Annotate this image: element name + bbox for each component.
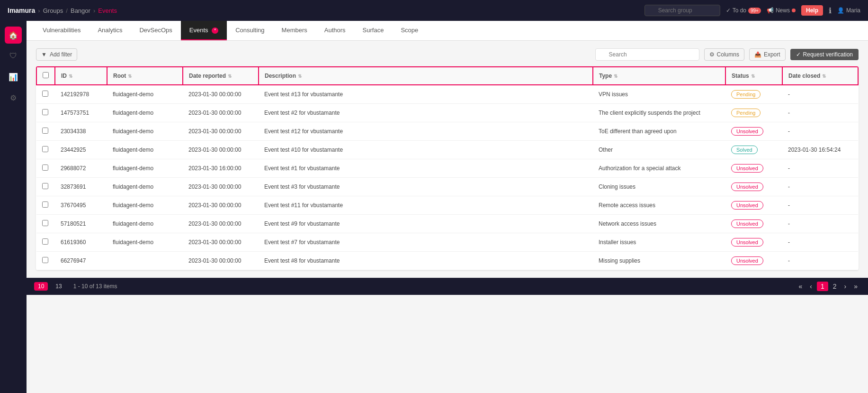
req-verify-label: Request verification <box>803 51 853 58</box>
row-checkbox-2[interactable] <box>42 128 48 134</box>
search-group-input[interactable] <box>644 5 720 16</box>
tab-analytics[interactable]: Analytics <box>89 21 131 40</box>
sort-icon-description: ⇅ <box>298 73 302 79</box>
th-id-label: ID <box>61 73 67 79</box>
th-date-closed[interactable]: Date closed ⇅ <box>782 67 858 85</box>
row-checkbox-cell <box>36 233 55 252</box>
news-label: News <box>776 7 790 14</box>
tab-members[interactable]: Members <box>273 21 316 40</box>
sidebar-icon-settings[interactable]: ⚙ <box>5 89 22 106</box>
page-2-button[interactable]: 2 <box>830 282 840 291</box>
megaphone-icon: 📢 <box>767 7 774 14</box>
select-all-checkbox[interactable] <box>43 72 49 78</box>
columns-button[interactable]: ⚙ Columns <box>704 48 744 61</box>
tab-authors[interactable]: Authors <box>316 21 354 40</box>
tab-vulnerabilities[interactable]: Vulnerabilities <box>34 21 89 40</box>
page-size-10[interactable]: 10 <box>34 282 48 291</box>
row-status: Unsolved <box>725 196 782 215</box>
export-button[interactable]: 📤 Export <box>749 48 786 61</box>
news-button[interactable]: 📢 News <box>767 7 796 14</box>
row-description: Event test #7 for vbustamante <box>259 233 593 252</box>
row-root: fluidagent-demo <box>107 196 183 215</box>
row-checkbox-cell <box>36 104 55 122</box>
sort-icon-date-reported: ⇅ <box>228 73 232 79</box>
row-checkbox-7[interactable] <box>42 220 48 226</box>
th-id[interactable]: ID ⇅ <box>55 67 107 85</box>
row-id: 23442925 <box>55 141 107 159</box>
row-checkbox-9[interactable] <box>42 257 48 263</box>
user-label: Maria <box>846 7 860 14</box>
th-type[interactable]: Type ⇅ <box>593 67 725 85</box>
status-badge: Unsolved <box>731 238 763 247</box>
page-1-button[interactable]: 1 <box>817 282 828 291</box>
sidebar-icon-chart[interactable]: 📊 <box>5 68 22 85</box>
row-description: Event test #11 for vbustamante <box>259 196 593 215</box>
breadcrumb-bangor[interactable]: Bangor <box>71 7 90 14</box>
todo-button[interactable]: ✓ To do 99+ <box>726 7 761 14</box>
page-last-button[interactable]: » <box>851 282 860 291</box>
tab-devsecops[interactable]: DevSecOps <box>131 21 180 40</box>
pagination-info: 1 - 10 of 13 items <box>73 283 117 290</box>
sidebar: 🏠 🛡 📊 ⚙ <box>0 21 27 393</box>
row-date-closed: - <box>782 252 858 270</box>
row-description: Event test #3 for vbustamante <box>259 178 593 196</box>
row-id: 29688072 <box>55 159 107 178</box>
topbar-left: Imamura › Groups / Bangor › Events <box>8 7 639 14</box>
breadcrumb-groups[interactable]: Groups <box>43 7 63 14</box>
main-content: Vulnerabilities Analytics DevSecOps Even… <box>27 21 868 393</box>
content-area: ▼ Add filter ⚙ Columns 📤 Export <box>27 41 868 278</box>
user-button[interactable]: 👤 Maria <box>837 7 860 14</box>
row-checkbox-6[interactable] <box>42 201 48 208</box>
row-checkbox-1[interactable] <box>42 109 48 115</box>
sep2: / <box>66 7 68 14</box>
table-body: 142192978 fluidagent-demo 2023-01-30 00:… <box>36 85 858 270</box>
tab-events-label: Events <box>189 27 208 34</box>
row-checkbox-cell <box>36 252 55 270</box>
th-description[interactable]: Description ⇅ <box>259 67 593 85</box>
table-search-input[interactable] <box>595 48 699 61</box>
breadcrumb-events[interactable]: Events <box>98 7 117 14</box>
events-table: ID ⇅ Root ⇅ <box>36 66 859 270</box>
row-root: fluidagent-demo <box>107 178 183 196</box>
user-icon: 👤 <box>837 7 844 14</box>
row-checkbox-0[interactable] <box>42 91 48 97</box>
tab-surface[interactable]: Surface <box>354 21 393 40</box>
row-description: Event test #10 for vbustamante <box>259 141 593 159</box>
todo-badge: 99+ <box>748 8 761 14</box>
row-date-closed: - <box>782 233 858 252</box>
toolbar-right: ⚙ Columns 📤 Export ✓ Request verificatio… <box>595 48 859 61</box>
sidebar-icon-home[interactable]: 🏠 <box>5 27 22 44</box>
table-row: 37670495 fluidagent-demo 2023-01-30 00:0… <box>36 196 858 215</box>
row-root: fluidagent-demo <box>107 215 183 233</box>
row-status: Unsolved <box>725 215 782 233</box>
row-checkbox-5[interactable] <box>42 183 48 189</box>
info-button[interactable]: ℹ <box>829 6 832 15</box>
row-id: 61619360 <box>55 233 107 252</box>
th-status[interactable]: Status ⇅ <box>725 67 782 85</box>
tab-consulting[interactable]: Consulting <box>227 21 273 40</box>
tab-scope[interactable]: Scope <box>392 21 427 40</box>
row-checkbox-8[interactable] <box>42 238 48 245</box>
page-next-button[interactable]: › <box>841 282 850 291</box>
sidebar-icon-shield[interactable]: 🛡 <box>5 47 22 64</box>
page-first-button[interactable]: « <box>796 282 805 291</box>
status-badge: Unsolved <box>731 219 763 228</box>
row-date-reported: 2023-01-30 00:00:00 <box>183 196 259 215</box>
status-badge: Unsolved <box>731 201 763 210</box>
table-row: 32873691 fluidagent-demo 2023-01-30 00:0… <box>36 178 858 196</box>
page-size-13[interactable]: 13 <box>52 282 65 291</box>
page-prev-button[interactable]: ‹ <box>807 282 815 291</box>
request-verification-button[interactable]: ✓ Request verification <box>790 49 859 60</box>
topbar-right: ✓ To do 99+ 📢 News Help ℹ 👤 Maria <box>644 5 860 16</box>
tab-events-badge: * <box>212 27 218 34</box>
row-checkbox-3[interactable] <box>42 146 48 152</box>
help-button[interactable]: Help <box>801 5 823 16</box>
brand-label[interactable]: Imamura <box>8 7 35 14</box>
table-header: ID ⇅ Root ⇅ <box>36 67 858 85</box>
row-id: 142192978 <box>55 85 107 104</box>
th-root[interactable]: Root ⇅ <box>107 67 183 85</box>
tab-events[interactable]: Events * <box>181 21 227 40</box>
add-filter-button[interactable]: ▼ Add filter <box>36 48 77 61</box>
row-checkbox-4[interactable] <box>42 165 48 171</box>
th-date-reported[interactable]: Date reported ⇅ <box>183 67 259 85</box>
